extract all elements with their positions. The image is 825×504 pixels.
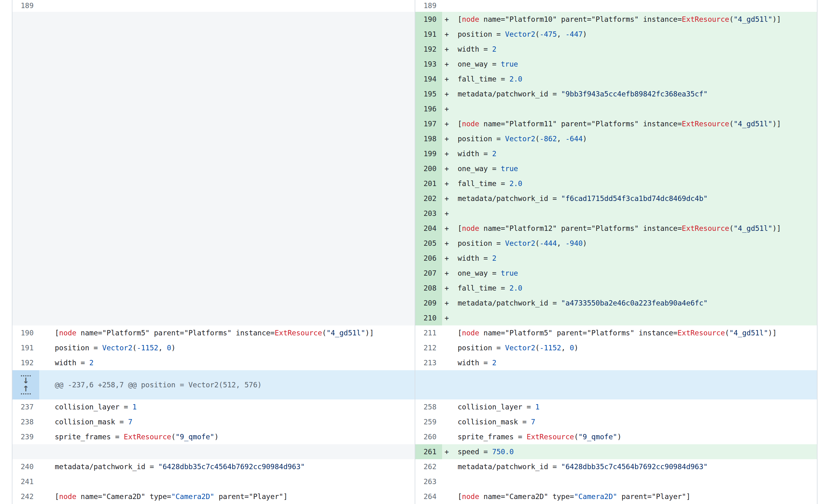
token-plain: [: [55, 329, 59, 337]
line-number[interactable]: 202: [415, 191, 442, 206]
add-marker: +: [445, 251, 449, 266]
line-number[interactable]: 189: [12, 0, 39, 12]
added-line-row: 209+metadata/patchwork_id = "a4733550ba2…: [415, 296, 817, 311]
hunk-header: @@ -237,6 +258,7 @@ position = Vector2(5…: [39, 370, 415, 400]
empty-row: [12, 251, 415, 266]
token-keyword: node: [462, 493, 479, 501]
line-number[interactable]: 213: [415, 355, 442, 370]
line-number[interactable]: 192: [12, 355, 39, 370]
token-constant: -1152: [137, 344, 158, 352]
line-number[interactable]: 191: [12, 340, 39, 355]
added-line-row: 207+one_way = true: [415, 266, 817, 281]
token-plain: ): [214, 433, 219, 441]
token-plain: width =: [55, 359, 89, 367]
code-line: +position = Vector2(-862, -644): [442, 131, 817, 146]
token-plain: ): [583, 239, 587, 247]
added-line-row: 205+position = Vector2(-444, -940): [415, 236, 817, 251]
line-number[interactable]: 192: [415, 42, 442, 57]
token-constant: true: [501, 165, 518, 173]
line-number[interactable]: 263: [415, 474, 442, 489]
line-number[interactable]: 197: [415, 116, 442, 131]
added-line-row: 203+: [415, 206, 817, 221]
line-number[interactable]: 240: [12, 459, 39, 474]
line-number[interactable]: 259: [415, 414, 442, 429]
empty-placeholder: [12, 42, 415, 57]
hunk-row: ↓↑@@ -237,6 +258,7 @@ position = Vector2…: [12, 370, 415, 400]
hunk-expander: ↓↑: [12, 370, 39, 400]
token-plain: [: [458, 224, 462, 232]
line-number[interactable]: 212: [415, 340, 442, 355]
empty-row: [12, 27, 415, 42]
line-number[interactable]: 210: [415, 311, 442, 325]
expand-down-button[interactable]: ↓: [21, 374, 31, 384]
code-line: +: [442, 311, 817, 325]
line-number[interactable]: 261: [415, 444, 442, 459]
token-plain: )]: [772, 224, 781, 232]
line-number[interactable]: 206: [415, 251, 442, 266]
token-string: "4_gd51l": [734, 120, 772, 128]
token-plain: name="Platform11" parent="Platforms" ins…: [479, 120, 682, 128]
line-number[interactable]: 208: [415, 281, 442, 296]
token-constant: Vector2: [505, 135, 535, 143]
token-constant: -447: [566, 30, 583, 38]
line-number[interactable]: 242: [12, 489, 39, 504]
token-constant: true: [501, 60, 518, 68]
context-line-row: 189: [415, 0, 817, 12]
token-constant: -862: [539, 135, 557, 143]
line-number[interactable]: 264: [415, 489, 442, 504]
line-number[interactable]: 238: [12, 414, 39, 429]
code-line: metadata/patchwork_id = "6428dbb35c7c456…: [39, 459, 415, 474]
line-number[interactable]: 239: [12, 429, 39, 444]
line-number[interactable]: 194: [415, 72, 442, 86]
line-number[interactable]: 237: [12, 400, 39, 414]
line-number[interactable]: 205: [415, 236, 442, 251]
token-plain: ): [617, 433, 621, 441]
added-line-row: 201+fall_time = 2.0: [415, 176, 817, 191]
token-plain: name="Platform5" parent="Platforms" inst…: [76, 329, 275, 337]
line-number[interactable]: 191: [415, 27, 442, 42]
line-number[interactable]: 207: [415, 266, 442, 281]
line-number[interactable]: 190: [12, 325, 39, 340]
token-plain: (: [729, 120, 734, 128]
line-number[interactable]: 262: [415, 459, 442, 474]
token-plain: )]: [772, 120, 781, 128]
code-line: width = 2: [442, 355, 817, 370]
token-plain: fall_time =: [458, 75, 509, 83]
line-number[interactable]: 190: [415, 12, 442, 27]
code-line: [node name="Camera2D" type="Camera2D" pa…: [39, 489, 415, 504]
code-line: +width = 2: [442, 42, 817, 57]
line-number[interactable]: 195: [415, 86, 442, 101]
token-plain: width =: [458, 150, 492, 158]
line-number[interactable]: 198: [415, 131, 442, 146]
line-number[interactable]: 211: [415, 325, 442, 340]
line-number[interactable]: 189: [415, 0, 442, 12]
line-number[interactable]: 241: [12, 474, 39, 489]
line-number[interactable]: 260: [415, 429, 442, 444]
token-string: "4_gd51l": [729, 329, 768, 337]
code-line: sprite_frames = ExtResource("9_qmofe"): [442, 429, 817, 444]
line-number[interactable]: 193: [415, 57, 442, 72]
token-string: "f6cad1715dd54f3ca1bd74dc8469dc4b": [561, 194, 707, 202]
line-number[interactable]: 199: [415, 146, 442, 161]
line-number[interactable]: 196: [415, 101, 442, 116]
expand-up-button[interactable]: ↑: [21, 386, 31, 396]
diff-pane-new: 189190+[node name="Platform10" parent="P…: [415, 0, 817, 504]
empty-placeholder: [12, 86, 415, 101]
context-line-row: 190[node name="Platform5" parent="Platfo…: [12, 325, 415, 340]
code-line: +position = Vector2(-475, -447): [442, 27, 817, 42]
add-marker: +: [445, 266, 449, 281]
line-number[interactable]: 200: [415, 161, 442, 176]
empty-row: [12, 161, 415, 176]
empty-placeholder: [12, 251, 415, 266]
added-line-row: 199+width = 2: [415, 146, 817, 161]
token-constant: 0: [570, 344, 574, 352]
token-string: "9bb3f943a5cc4efb89842fc368ea35cf": [561, 90, 707, 98]
line-number[interactable]: 201: [415, 176, 442, 191]
line-number[interactable]: 203: [415, 206, 442, 221]
line-number[interactable]: 204: [415, 221, 442, 236]
line-number[interactable]: 258: [415, 400, 442, 414]
line-number[interactable]: 209: [415, 296, 442, 311]
code-line: +speed = 750.0: [442, 444, 817, 459]
empty-row: [12, 86, 415, 101]
token-plain: position =: [458, 239, 505, 247]
